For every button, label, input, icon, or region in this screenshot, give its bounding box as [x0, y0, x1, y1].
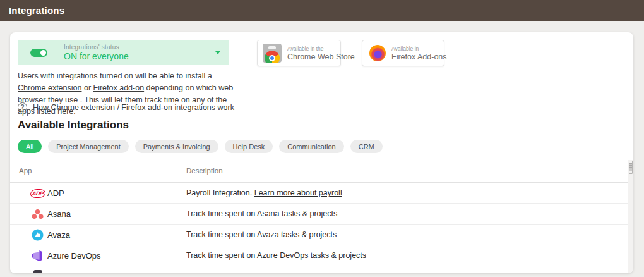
- filter-chip-payments-invoicing[interactable]: Payments & Invoicing: [135, 140, 218, 153]
- integrations-table: App Description ADP ADP Payroll Integrat…: [10, 159, 628, 273]
- chrome-web-store-badge[interactable]: Available in the Chrome Web Store: [257, 40, 341, 66]
- firefox-addons-badge[interactable]: Available in Firefox Add-ons: [362, 40, 444, 66]
- filter-chip-crm[interactable]: CRM: [350, 140, 383, 153]
- firefox-badge-line1: Available in: [391, 46, 447, 52]
- adp-logo-icon: ADP: [32, 187, 44, 199]
- app-name: Avaza: [47, 230, 70, 240]
- table-row-partial: [10, 266, 628, 273]
- status-value: ON for everyone: [64, 51, 215, 61]
- description-text: Payroll Integration.: [186, 188, 254, 197]
- help-row: ? How Chrome extension / Firefox add-on …: [18, 102, 234, 112]
- status-label: Integrations' status: [64, 44, 215, 51]
- filter-chip-project-management[interactable]: Project Management: [48, 140, 129, 153]
- asana-logo-icon: [32, 208, 44, 220]
- table-header: App Description: [10, 159, 628, 183]
- app-name: Azure DevOps: [47, 251, 101, 261]
- chrome-badge-line2: Chrome Web Store: [287, 52, 355, 61]
- integrations-card: Integrations' status ON for everyone Ava…: [10, 32, 633, 273]
- app-name: Asana: [47, 209, 71, 219]
- next-app-logo-partial: [33, 270, 42, 273]
- firefox-addon-link[interactable]: Firefox add-on: [93, 83, 145, 92]
- learn-more-payroll-link[interactable]: Learn more about payroll: [254, 188, 342, 197]
- firefox-icon: [369, 45, 386, 61]
- app-description: Track time spent on Azure DevOps tasks &…: [186, 251, 366, 260]
- status-toggle-icon[interactable]: [30, 49, 47, 57]
- filter-chip-all[interactable]: All: [18, 140, 42, 153]
- filter-chip-help-desk[interactable]: Help Desk: [225, 140, 273, 153]
- table-scrollbar[interactable]: [628, 160, 633, 273]
- azure-devops-logo-icon: [32, 250, 44, 262]
- help-question-icon: ?: [18, 102, 27, 112]
- filter-chip-communication[interactable]: Communication: [279, 140, 343, 153]
- how-integrations-work-link[interactable]: How Chrome extension / Firefox add-on in…: [33, 103, 234, 112]
- category-filters: All Project Management Payments & Invoic…: [18, 140, 383, 153]
- app-description: Payroll Integration. Learn more about pa…: [186, 188, 342, 197]
- app-name: ADP: [47, 188, 64, 198]
- app-description: Track time spent on Avaza tasks & projec…: [186, 230, 337, 239]
- integrations-status-dropdown[interactable]: Integrations' status ON for everyone: [18, 40, 229, 65]
- intro-text: Users with integrations turned on will b…: [18, 71, 212, 80]
- status-text: Integrations' status ON for everyone: [64, 44, 215, 61]
- table-row-avaza[interactable]: Avaza Track time spent on Avaza tasks & …: [10, 225, 628, 245]
- intro-text-mid: or: [81, 83, 93, 92]
- column-header-description: Description: [186, 167, 223, 175]
- firefox-badge-line2: Firefox Add-ons: [391, 52, 447, 61]
- table-row-asana[interactable]: Asana Track time spent on Asana tasks & …: [10, 204, 628, 225]
- chrome-extension-link[interactable]: Chrome extension: [18, 83, 81, 92]
- column-header-app: App: [19, 167, 32, 175]
- table-scrollbar-thumb[interactable]: [629, 161, 633, 174]
- available-integrations-title: Available Integrations: [18, 119, 129, 132]
- table-row-adp[interactable]: ADP ADP Payroll Integration. Learn more …: [10, 183, 628, 204]
- app-description: Track time spent on Asana tasks & projec…: [186, 209, 337, 218]
- page-title: Integrations: [9, 5, 64, 16]
- chrome-badge-line1: Available in the: [287, 46, 355, 52]
- chrome-web-store-icon: [263, 44, 282, 63]
- avaza-logo-icon: [32, 229, 44, 241]
- toggle-knob: [40, 50, 46, 56]
- app-header-bar: Integrations: [0, 0, 644, 21]
- table-row-azure-devops[interactable]: Azure DevOps Track time spent on Azure D…: [10, 245, 628, 266]
- chevron-down-icon[interactable]: [215, 51, 220, 54]
